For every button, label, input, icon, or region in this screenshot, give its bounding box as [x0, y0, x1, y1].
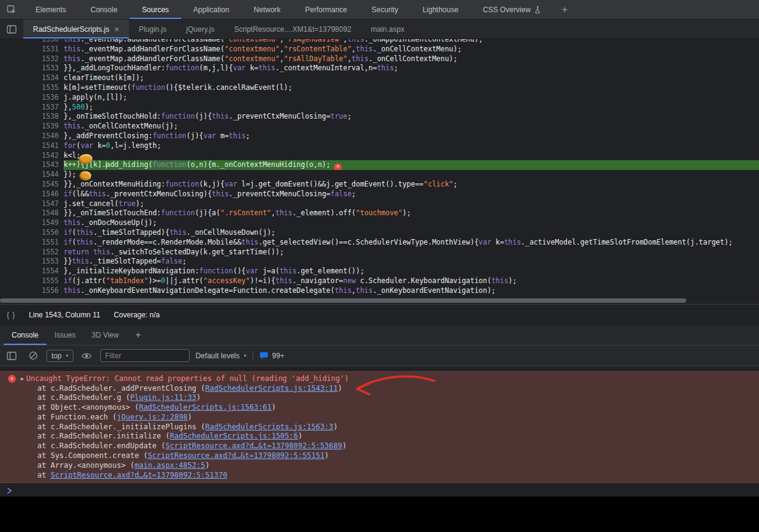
- drawer-tab-console[interactable]: Console: [4, 325, 46, 345]
- code-line-1547[interactable]: 1547j.set_cancel(true);: [0, 199, 759, 209]
- code-text[interactable]: },_addPreventClosing:function(j){var m=t…: [64, 131, 759, 141]
- code-line-1553[interactable]: 1553}}this._timeSlotTapped=false;: [0, 257, 759, 267]
- close-tab-icon[interactable]: ×: [114, 25, 119, 34]
- horizontal-scrollbar[interactable]: [0, 297, 759, 304]
- code-line-1541[interactable]: 1541for(var k=0,l=j.length;: [0, 141, 759, 151]
- code-text[interactable]: this._eventMap.addHandlerForClassName("c…: [64, 39, 759, 45]
- code-line-1556[interactable]: 1556this._onKeyboardEventNavigationDeleg…: [0, 286, 759, 296]
- line-number[interactable]: 1545: [0, 180, 64, 190]
- code-line-1552[interactable]: 1552return this._switchToSelectedDay(k.g…: [0, 248, 759, 257]
- source-location-link[interactable]: ScriptResource.axd?d…&t=13798092:5:51370: [51, 471, 228, 479]
- code-text[interactable]: this._eventMap.addHandlerForClassName("c…: [64, 54, 759, 64]
- source-location-link[interactable]: main.aspx:4852:5: [135, 461, 205, 470]
- line-number[interactable]: 1542: [0, 151, 64, 161]
- inspect-element-icon[interactable]: [0, 0, 23, 19]
- error-summary-row[interactable]: × ▶ Uncaught TypeError: Cannot read prop…: [0, 374, 759, 384]
- code-line-1550[interactable]: 1550if(this._timeSlotTapped){this._onCel…: [0, 228, 759, 238]
- code-text[interactable]: });: [64, 170, 759, 180]
- tab-network[interactable]: Network: [242, 0, 293, 19]
- code-text[interactable]: j.apply(n,[l]);: [64, 93, 759, 103]
- line-number[interactable]: 1541: [0, 141, 64, 151]
- code-text[interactable]: this._onDocMouseUp(j);: [64, 218, 759, 228]
- line-number[interactable]: 1546: [0, 190, 64, 199]
- code-text[interactable]: k[m]=setTimeout(function(){$telerik.canc…: [64, 83, 759, 93]
- line-number[interactable]: 1556: [0, 286, 64, 296]
- line-number[interactable]: 1533: [0, 64, 64, 73]
- navigator-toggle-icon[interactable]: [0, 20, 23, 39]
- code-editor[interactable]: 1530this._eventMap.addHandlerForClassNam…: [0, 39, 759, 304]
- console-sidebar-toggle-icon[interactable]: [4, 352, 20, 360]
- expand-triangle-icon[interactable]: ▶: [21, 376, 24, 382]
- tab-css-overview[interactable]: CSS Overview: [471, 0, 554, 19]
- source-location-link[interactable]: ScriptResource.axd?d…&t=13798092:5:53689: [166, 441, 342, 450]
- line-number[interactable]: 1543: [0, 160, 64, 170]
- line-number[interactable]: 1550: [0, 228, 64, 238]
- source-location-link[interactable]: RadSchedulerScripts.js:1563:61: [139, 403, 272, 412]
- source-location-link[interactable]: Plugin.js:11:33: [130, 393, 196, 402]
- code-line-1532[interactable]: 1532this._eventMap.addHandlerForClassNam…: [0, 54, 759, 64]
- more-panels-plus-icon[interactable]: +: [554, 0, 576, 19]
- line-number[interactable]: 1554: [0, 267, 64, 276]
- line-number[interactable]: 1547: [0, 199, 64, 209]
- code-text[interactable]: if(l&&this._preventCtxMenuClosing){this.…: [64, 190, 759, 199]
- file-tab-jquery[interactable]: jQuery.js: [176, 20, 224, 39]
- code-line-1544[interactable]: 1544});: [0, 170, 759, 180]
- tab-console[interactable]: Console: [78, 0, 130, 19]
- code-line-1543[interactable]: 1543k++){j[k].add_hiding(function(o,n){m…: [0, 160, 759, 170]
- code-line-1537[interactable]: 1537},500);: [0, 103, 759, 113]
- code-line-1551[interactable]: 1551if(this._renderMode==c.RenderMode.Mo…: [0, 238, 759, 248]
- line-number[interactable]: 1536: [0, 93, 64, 103]
- scrollbar-thumb[interactable]: [0, 298, 686, 303]
- line-number[interactable]: 1555: [0, 276, 64, 286]
- line-number[interactable]: 1539: [0, 122, 64, 131]
- line-number[interactable]: 1548: [0, 209, 64, 218]
- code-text[interactable]: if(this._timeSlotTapped){this._onCellMou…: [64, 228, 759, 238]
- file-tab-plugin[interactable]: Plugin.js: [129, 20, 176, 39]
- inline-error-icon[interactable]: ×: [334, 163, 342, 170]
- code-text[interactable]: this._onKeyboardEventNavigationDelegate=…: [64, 286, 759, 296]
- code-line-1535[interactable]: 1535k[m]=setTimeout(function(){$telerik.…: [0, 83, 759, 93]
- file-tab-mainaspx[interactable]: main.aspx: [361, 20, 415, 39]
- file-tab-scriptresource[interactable]: ScriptResource....XM1&t=13798092: [224, 20, 361, 39]
- code-text[interactable]: k<l;: [64, 151, 759, 161]
- source-location-link[interactable]: RadSchedulerScripts.js:1543:11: [205, 384, 338, 393]
- code-text[interactable]: clearTimeout(k[m]);: [64, 73, 759, 83]
- tab-performance[interactable]: Performance: [293, 0, 360, 19]
- code-text[interactable]: return this._switchToSelectedDay(k.get_s…: [64, 248, 759, 257]
- javascript-context-dropdown[interactable]: top ▾: [46, 350, 73, 362]
- tab-security[interactable]: Security: [360, 0, 410, 19]
- line-number[interactable]: 1552: [0, 248, 64, 257]
- console-prompt[interactable]: [0, 483, 759, 497]
- pretty-print-button[interactable]: { }: [7, 311, 15, 319]
- code-text[interactable]: },_onTimeSlotTouchHold:function(j){this.…: [64, 112, 759, 122]
- tab-application[interactable]: Application: [181, 0, 242, 19]
- line-number[interactable]: 1544: [0, 170, 64, 180]
- code-line-1545[interactable]: 1545}},_onContextMenuHiding:function(k,j…: [0, 180, 759, 190]
- line-number[interactable]: 1530: [0, 39, 64, 45]
- code-line-1538[interactable]: 1538},_onTimeSlotTouchHold:function(j){t…: [0, 112, 759, 122]
- clear-console-icon[interactable]: [26, 351, 40, 360]
- code-line-1530[interactable]: 1530this._eventMap.addHandlerForClassNam…: [0, 39, 759, 45]
- code-line-1539[interactable]: 1539this._onCellContextMenu(j);: [0, 122, 759, 131]
- line-number[interactable]: 1534: [0, 73, 64, 83]
- line-number[interactable]: 1535: [0, 83, 64, 93]
- code-line-1542[interactable]: 1542k<l;: [0, 151, 759, 161]
- code-line-1536[interactable]: 1536j.apply(n,[l]);: [0, 93, 759, 103]
- line-number[interactable]: 1531: [0, 45, 64, 54]
- source-location-link[interactable]: ScriptResource.axd?d…&t=13798092:5:55151: [148, 451, 325, 460]
- drawer-tab-3dview[interactable]: 3D View: [84, 325, 127, 345]
- code-text[interactable]: }},_onContextMenuHiding:function(k,j){va…: [64, 180, 759, 190]
- code-line-1549[interactable]: 1549this._onDocMouseUp(j);: [0, 218, 759, 228]
- code-text[interactable]: if(j.attr("tabIndex")>=0||j.attr("access…: [64, 276, 759, 286]
- code-line-1555[interactable]: 1555if(j.attr("tabIndex")>=0||j.attr("ac…: [0, 276, 759, 286]
- code-text[interactable]: for(var k=0,l=j.length;: [64, 141, 759, 151]
- code-text[interactable]: }}this._timeSlotTapped=false;: [64, 257, 759, 267]
- code-line-1554[interactable]: 1554},_initializeKeyboardNavigation:func…: [0, 267, 759, 276]
- code-text[interactable]: if(this._renderMode==c.RenderMode.Mobile…: [64, 238, 759, 248]
- line-number[interactable]: 1553: [0, 257, 64, 267]
- line-number[interactable]: 1551: [0, 238, 64, 248]
- code-line-1540[interactable]: 1540},_addPreventClosing:function(j){var…: [0, 131, 759, 141]
- tab-sources[interactable]: Sources: [130, 0, 181, 19]
- code-line-1533[interactable]: 1533}},_addLongTouchHandler:function(m,j…: [0, 64, 759, 73]
- line-number[interactable]: 1549: [0, 218, 64, 228]
